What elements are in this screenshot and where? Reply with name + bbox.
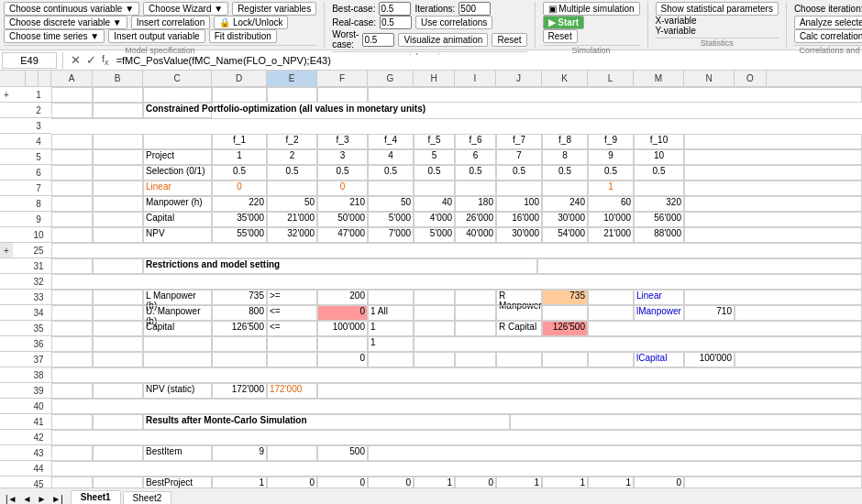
col-header-g[interactable]: G (368, 71, 414, 87)
fit-distribution-btn[interactable]: Fit distribution (209, 29, 277, 43)
best-case-input[interactable] (379, 2, 411, 16)
row-num-6[interactable]: 6 (26, 165, 51, 181)
cell-b2[interactable] (93, 103, 143, 118)
row-num-31[interactable]: 31 (26, 258, 51, 274)
cell-a1[interactable] (51, 87, 93, 103)
cell-ref-input[interactable] (2, 52, 57, 69)
cell-i4[interactable]: f_6 (455, 134, 496, 149)
row-num-1[interactable]: 1 (26, 87, 51, 103)
row-num-2[interactable]: 2 (26, 103, 51, 118)
col-header-h[interactable]: H (414, 71, 455, 87)
col-header-l[interactable]: L (588, 71, 634, 87)
formula-input[interactable] (113, 55, 862, 66)
row-num-37[interactable]: 37 (26, 352, 51, 367)
column-headers: A B C D E F G H I J K L M N O (0, 71, 862, 87)
multiple-simulation-btn[interactable]: ▣ Multiple simulation (543, 2, 640, 16)
choose-continuous-var-btn[interactable]: Choose continuous variable ▼ (4, 2, 139, 16)
cell-h4[interactable]: f_5 (414, 134, 455, 149)
row-num-33[interactable]: 33 (26, 290, 51, 305)
real-case-input[interactable] (380, 16, 412, 29)
col-header-m[interactable]: M (634, 71, 684, 87)
col-header-b[interactable]: B (93, 71, 143, 87)
col-header-f[interactable]: F (317, 71, 368, 87)
cell-d4[interactable]: f_1 (212, 134, 267, 149)
cell-f4[interactable]: f_3 (317, 134, 368, 149)
cell-rest1[interactable] (368, 87, 862, 103)
use-correlations-btn[interactable]: Use correlations (415, 16, 492, 29)
reset-btn2[interactable]: Reset (543, 29, 578, 43)
cancel-formula-icon[interactable]: ✕ (71, 53, 81, 67)
row-num-45[interactable]: 45 (26, 477, 51, 488)
row-num-39[interactable]: 39 (26, 383, 51, 399)
row-num-43[interactable]: 43 (26, 445, 51, 461)
visualize-animation-btn[interactable]: Visualize animation (398, 33, 488, 47)
cell-f1[interactable] (317, 87, 368, 103)
analyze-selected-btn[interactable]: Analyze selected iteration (794, 16, 862, 29)
show-statistical-params-btn[interactable]: Show statistical parameters (656, 2, 779, 16)
row-num-3[interactable]: 3 (26, 118, 51, 134)
choose-discrete-var-btn[interactable]: Choose discrete variable ▼ (4, 16, 127, 29)
cell-f34[interactable]: 0 (317, 305, 368, 321)
cell-a2[interactable] (51, 103, 93, 118)
worst-case-input[interactable] (362, 33, 394, 47)
choose-time-series-btn[interactable]: Choose time series ▼ (4, 29, 105, 43)
cell-d1[interactable] (212, 87, 267, 103)
row-num-4[interactable]: 4 (26, 134, 51, 149)
tab-last-btn[interactable]: ►| (50, 494, 65, 504)
tab-sheet2[interactable]: Sheet2 (123, 491, 172, 504)
row-44: 44 (0, 461, 862, 477)
row-expand-1b[interactable] (13, 87, 26, 103)
row-num-34[interactable]: 34 (26, 305, 51, 321)
cell-j4[interactable]: f_7 (496, 134, 542, 149)
lock-unlock-btn[interactable]: 🔒 Lock/Unlock (214, 16, 288, 29)
toolbar-row2: Choose discrete variable ▼ Insert correl… (4, 16, 316, 29)
cell-k35[interactable]: 126'500 (542, 321, 588, 336)
row-num-10[interactable]: 10 (26, 227, 51, 243)
tab-prev-btn[interactable]: ◄ (21, 494, 34, 504)
cell-k33[interactable]: 735 (542, 290, 588, 305)
calc-correlations-btn[interactable]: Calc correlations (794, 29, 862, 43)
col-header-d[interactable]: D (212, 71, 267, 87)
register-variables-btn[interactable]: Register variables (232, 2, 316, 16)
col-header-c[interactable]: C (143, 71, 212, 87)
cell-l4[interactable]: f_9 (588, 134, 634, 149)
tab-next-btn[interactable]: ► (35, 494, 48, 504)
row-num-7[interactable]: 7 (26, 181, 51, 196)
insert-output-variable-btn[interactable]: Insert output variable (108, 29, 204, 43)
cell-e1[interactable] (267, 87, 317, 103)
reset-btn1[interactable]: Reset (492, 33, 526, 47)
col-header-e[interactable]: E (267, 71, 317, 87)
cell-c1[interactable] (143, 87, 212, 103)
col-header-j[interactable]: J (496, 71, 542, 87)
cell-g4[interactable]: f_4 (368, 134, 414, 149)
cell-m4[interactable]: f_10 (634, 134, 684, 149)
row-num-36[interactable]: 36 (26, 336, 51, 352)
col-header-a[interactable]: A (51, 71, 93, 87)
col-header-o[interactable]: O (735, 71, 767, 87)
cell-c2[interactable]: Constrained Portfolio-optimization (all … (143, 103, 212, 118)
col-header-n[interactable]: N (684, 71, 735, 87)
iterations-input[interactable] (459, 2, 491, 16)
cell-e4[interactable]: f_2 (267, 134, 317, 149)
start-btn[interactable]: ▶ Start (543, 16, 585, 29)
insert-function-icon[interactable]: fx (102, 53, 109, 67)
tab-sheet1[interactable]: Sheet1 (71, 490, 121, 504)
row-num-41[interactable]: 41 (26, 414, 51, 430)
cell-b1[interactable] (93, 87, 143, 103)
row-41: 41 Results after Monte-Carlo Simulation (0, 414, 862, 430)
cell-k4[interactable]: f_8 (542, 134, 588, 149)
row-expand-1[interactable]: + (0, 87, 13, 103)
row-num-8[interactable]: 8 (26, 196, 51, 212)
cell-c5[interactable]: Project (143, 149, 212, 165)
row-num-9[interactable]: 9 (26, 212, 51, 227)
confirm-formula-icon[interactable]: ✓ (86, 53, 96, 67)
row-num-35[interactable]: 35 (26, 321, 51, 336)
col-header-i[interactable]: I (455, 71, 496, 87)
cell-c31[interactable]: Restrictions and model setting (143, 258, 537, 274)
statistics-label: Statistics (656, 38, 779, 48)
choose-wizard-btn[interactable]: Choose Wizard ▼ (143, 2, 228, 16)
tab-first-btn[interactable]: |◄ (4, 494, 19, 504)
insert-correlation-btn[interactable]: Insert correlation (131, 16, 210, 29)
row-num-5[interactable]: 5 (26, 149, 51, 165)
col-header-k[interactable]: K (542, 71, 588, 87)
